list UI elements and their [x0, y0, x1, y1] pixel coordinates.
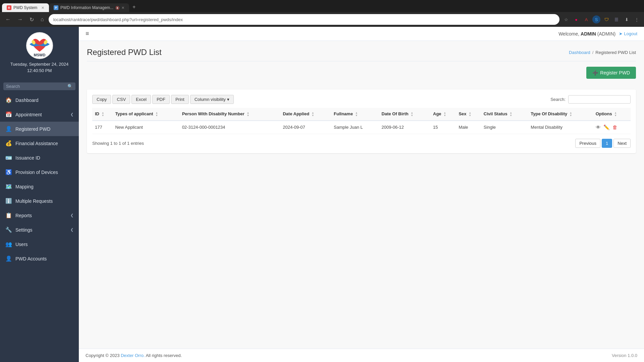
table-search-input[interactable]	[568, 95, 631, 104]
mapping-icon: 🗺️	[5, 183, 12, 190]
sort-icon-types: ▲▼	[155, 112, 158, 117]
col-dob-label: Date Of Birth	[382, 111, 409, 116]
col-pwd-number-label: Person With Disabilty Number	[182, 111, 245, 116]
sidebar-item-reports[interactable]: 📋 Reports ❮	[0, 208, 79, 223]
logo-svg: MSWD	[26, 32, 53, 59]
col-disability-type-label: Type Of Disability	[531, 111, 567, 116]
download-icon[interactable]: ⬇	[623, 15, 631, 23]
tab-label-1: PWD System	[13, 5, 37, 10]
showing-entries-text: Showing 1 to 1 of 1 entries	[92, 141, 144, 146]
sidebar-item-financial-assistance[interactable]: 💰 Financial Assistance	[0, 136, 79, 150]
cell-pwd-number: 02-3124-000-0001234	[179, 121, 280, 134]
ext-icon-1[interactable]: ●	[572, 15, 580, 23]
multiple-requests-icon: ℹ️	[5, 198, 12, 204]
table-toolbar: Copy CSV Excel PDF Print Column visibili…	[92, 95, 631, 104]
home-button[interactable]: ⌂	[39, 15, 46, 24]
sort-icon-pwd-number: ▲▼	[247, 112, 250, 117]
sort-icon-disability: ▲▼	[570, 112, 572, 117]
refresh-button[interactable]: ↻	[28, 15, 36, 24]
tab-close-1[interactable]: ✕	[41, 6, 44, 10]
sidebar-item-appointment[interactable]: 📅 Appointment ❮	[0, 107, 79, 122]
sidebar-item-multiple-requests[interactable]: ℹ️ Multiple Requests	[0, 194, 79, 208]
browser-tab-2[interactable]: P PWD Information Managem... 🔇 ✕	[49, 3, 129, 12]
reports-chevron-icon: ❮	[70, 213, 73, 218]
sidebar-item-label: Multiple Requests	[15, 198, 53, 204]
sidebar-item-registered-pwd[interactable]: 👤 Registered PWD	[0, 122, 79, 136]
pwd-accounts-icon: 👤	[5, 255, 12, 262]
browser-tab-1[interactable]: B PWD System ✕	[2, 3, 49, 12]
sort-icon-options: ▲▼	[614, 112, 617, 117]
delete-icon[interactable]: 🗑	[612, 124, 618, 130]
page-1-button[interactable]: 1	[602, 139, 612, 148]
sidebar-item-users[interactable]: 👥 Users	[0, 237, 79, 251]
footer-version: Version 1.0.0	[612, 353, 637, 358]
col-civil-status-label: Civil Status	[484, 111, 507, 116]
sidebar-item-label: Issuance ID	[15, 155, 40, 161]
tab-close-2[interactable]: ✕	[121, 6, 124, 10]
cell-disability-type: Mental Disability	[528, 121, 593, 134]
pdf-button[interactable]: PDF	[152, 95, 170, 104]
column-visibility-button[interactable]: Column visibility ▾	[190, 95, 234, 104]
sidebar-item-provision-devices[interactable]: ♿ Provision of Devices	[0, 165, 79, 179]
pwd-table: ID ▲▼ Types of applicant ▲▼ Person With …	[92, 108, 631, 134]
copy-button[interactable]: Copy	[92, 95, 111, 104]
ext-icon-4[interactable]: 🛡	[602, 15, 610, 23]
next-page-button[interactable]: Next	[613, 139, 631, 148]
previous-page-button[interactable]: Previous	[575, 139, 600, 148]
table-buttons: Copy CSV Excel PDF Print Column visibili…	[92, 95, 234, 104]
sort-icon-fullname: ▲▼	[355, 112, 358, 117]
hamburger-icon[interactable]: ≡	[86, 30, 89, 37]
col-pwd-number: Person With Disabilty Number ▲▼	[179, 108, 280, 121]
back-button[interactable]: ←	[3, 15, 13, 24]
financial-icon: 💰	[5, 140, 12, 146]
page-header: Registered PWD List Dashboard / Register…	[87, 48, 636, 61]
browser-toolbar: ← → ↻ ⌂ localhost/ranktrace/pwd/dashboar…	[0, 12, 644, 27]
new-tab-button[interactable]: +	[129, 2, 139, 12]
search-input[interactable]	[6, 84, 65, 89]
footer-copyright: Copyright © 2023 Dexter Orro. All rights…	[86, 353, 182, 358]
browser-toolbar-icons: ☆ ● A S 🛡 ☰ ⬇ ⋮	[562, 15, 641, 23]
excel-button[interactable]: Excel	[131, 95, 151, 104]
sidebar-item-pwd-accounts[interactable]: 👤 PWD Accounts	[0, 251, 79, 266]
ext-icon-2[interactable]: A	[582, 15, 590, 23]
welcome-text: Welcome, ADMIN (ADMIN)	[558, 31, 615, 37]
menu-icon[interactable]: ⋮	[633, 15, 641, 23]
csv-button[interactable]: CSV	[112, 95, 130, 104]
breadcrumb-home-link[interactable]: Dashboard	[569, 50, 590, 55]
sidebar-search-box[interactable]: 🔍	[3, 82, 75, 90]
copyright-text: Copyright © 2023	[86, 353, 121, 358]
logout-button[interactable]: ➤ Logout	[619, 31, 637, 36]
ext-icon-5[interactable]: ☰	[612, 15, 621, 23]
address-bar[interactable]: localhost/ranktrace/pwd/dashboard.php?ur…	[49, 14, 559, 25]
page-content: Registered PWD List Dashboard / Register…	[79, 41, 644, 349]
sidebar-nav: 🏠 Dashboard 📅 Appointment ❮ 👤 Registered…	[0, 93, 79, 362]
reports-icon: 📋	[5, 212, 12, 219]
settings-chevron-icon: ❮	[70, 228, 73, 232]
favicon-1: B	[7, 5, 11, 10]
col-dob: Date Of Birth ▲▼	[379, 108, 431, 121]
sidebar-item-mapping[interactable]: 🗺️ Mapping	[0, 179, 79, 194]
cell-fullname: Sample Juan L	[331, 121, 379, 134]
topbar: ≡ Welcome, ADMIN (ADMIN) ➤ Logout	[79, 27, 644, 41]
ext-icon-3[interactable]: S	[592, 15, 600, 23]
view-icon[interactable]: 👁	[596, 124, 601, 130]
users-icon: 👥	[5, 241, 12, 247]
edit-icon[interactable]: ✏️	[603, 124, 610, 130]
sidebar-item-settings[interactable]: 🔧 Settings ❮	[0, 223, 79, 237]
col-age: Age ▲▼	[430, 108, 456, 121]
col-fullname: Fullname ▲▼	[331, 108, 379, 121]
bookmark-icon[interactable]: ☆	[562, 15, 570, 23]
sidebar-item-label: Dashboard	[15, 98, 39, 103]
col-options: Options ▲▼	[593, 108, 631, 121]
url-display: localhost/ranktrace/pwd/dashboard.php?ur…	[53, 17, 183, 22]
author-link[interactable]: Dexter Orro.	[121, 353, 145, 358]
sidebar-time: 12:40:50 PM	[27, 68, 52, 76]
register-pwd-button[interactable]: ➕ Register PWD	[586, 67, 636, 79]
col-types-label: Types of applicant	[115, 111, 153, 116]
sidebar-item-dashboard[interactable]: 🏠 Dashboard	[0, 93, 79, 107]
sidebar-item-label: Registered PWD	[15, 126, 50, 132]
print-button[interactable]: Print	[171, 95, 189, 104]
forward-button[interactable]: →	[15, 15, 25, 24]
sidebar-item-issuance-id[interactable]: 🪪 Issuance ID	[0, 150, 79, 165]
search-label: Search:	[550, 97, 566, 102]
